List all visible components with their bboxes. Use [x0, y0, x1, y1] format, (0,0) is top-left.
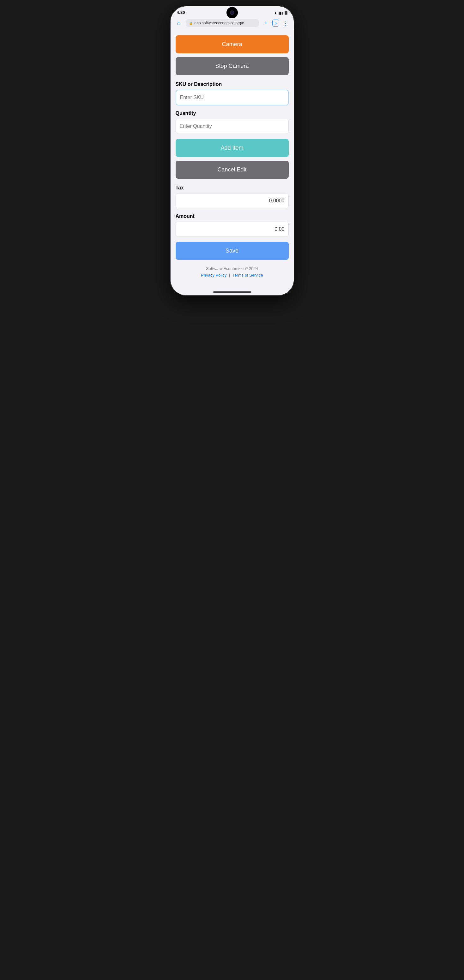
tax-section: Tax 0.0000 — [175, 185, 289, 208]
amount-label: Amount — [175, 213, 289, 219]
terms-of-service-link[interactable]: Terms of Service — [233, 273, 263, 277]
url-text: app.softwareeconomico.org/c — [195, 21, 244, 25]
browser-home-button[interactable] — [174, 19, 183, 27]
status-icons — [274, 10, 287, 15]
camera-notch-container — [226, 7, 238, 18]
sku-section: SKU or Description — [175, 81, 289, 105]
sku-label: SKU or Description — [175, 81, 289, 87]
footer-links: Privacy Policy | Terms of Service — [175, 273, 289, 277]
browser-url-bar[interactable]: app.softwareeconomico.org/c — [186, 19, 259, 27]
quantity-input[interactable] — [175, 119, 289, 134]
add-item-button[interactable]: Add Item — [175, 139, 289, 157]
browser-actions: 5 — [261, 19, 290, 27]
battery-icon — [285, 10, 287, 15]
cancel-edit-button[interactable]: Cancel Edit — [175, 161, 289, 179]
camera-lens — [230, 10, 234, 15]
footer-separator: | — [229, 273, 230, 277]
front-camera — [226, 7, 238, 18]
status-time: 4:30 — [177, 10, 185, 15]
signal-icon — [279, 10, 283, 15]
content-area: Camera Stop Camera SKU or Description Qu… — [171, 30, 294, 289]
tax-label: Tax — [175, 185, 289, 191]
tax-value: 0.0000 — [175, 193, 289, 208]
home-indicator — [171, 289, 294, 295]
tab-count-button[interactable]: 5 — [272, 19, 279, 27]
phone-frame: 4:30 app.softwareeconomico.org/c — [171, 6, 294, 295]
amount-section: Amount 0.00 — [175, 213, 289, 237]
more-icon — [283, 19, 289, 27]
status-bar: 4:30 — [171, 6, 294, 16]
home-nav-icon — [177, 20, 180, 27]
more-button[interactable] — [281, 19, 290, 27]
save-button[interactable]: Save — [175, 242, 289, 260]
amount-value: 0.00 — [175, 222, 289, 237]
sku-input[interactable] — [175, 90, 289, 105]
privacy-policy-link[interactable]: Privacy Policy — [201, 273, 226, 277]
wifi-icon — [274, 10, 277, 15]
secure-icon — [189, 21, 193, 25]
new-tab-button[interactable] — [261, 19, 270, 27]
plus-icon — [264, 20, 268, 27]
footer-copyright: Software Económico © 2024 — [175, 266, 289, 271]
home-bar — [213, 291, 251, 293]
browser-bar: app.softwareeconomico.org/c 5 — [171, 16, 294, 30]
phone-screen: 4:30 app.softwareeconomico.org/c — [171, 6, 294, 295]
quantity-section: Quantity — [175, 110, 289, 134]
camera-button[interactable]: Camera — [175, 35, 289, 53]
stop-camera-button[interactable]: Stop Camera — [175, 57, 289, 75]
footer: Software Económico © 2024 Privacy Policy… — [175, 266, 289, 284]
quantity-label: Quantity — [175, 110, 289, 116]
